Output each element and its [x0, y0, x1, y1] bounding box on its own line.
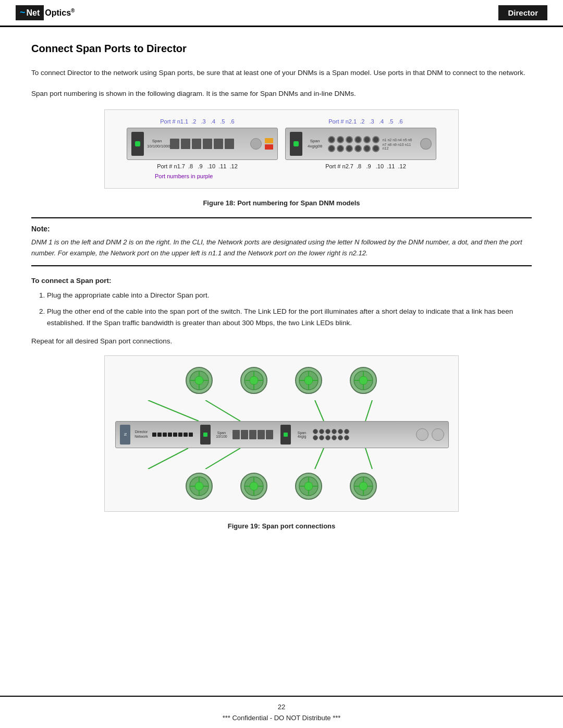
- bottom-connectors: [115, 448, 449, 469]
- step-1: Plug the appropriate cable into a Direct…: [47, 290, 532, 301]
- switch-icon-top-4: [349, 366, 378, 395]
- director-device: N DirectorNetwork: [115, 421, 449, 448]
- svg-point-38: [195, 482, 203, 490]
- intro-paragraph-1: To connect Director to the network using…: [31, 67, 532, 79]
- figure-19-caption: Figure 19: Span port connections: [31, 522, 532, 530]
- logo-net-text: Net: [27, 8, 40, 18]
- page-number: 22: [278, 703, 285, 711]
- svg-point-2: [195, 376, 203, 385]
- port-numbering-diagram: Port # n1.1 .2 .3 .4 .5 .6 Port # n2.1 .…: [104, 109, 459, 189]
- logo-container: ~ Net Optics®: [16, 5, 75, 20]
- figure-18-caption: Figure 18: Port numbering for Span DNM m…: [31, 199, 532, 207]
- note-box: Note: DNM 1 is on the left and DNM 2 is …: [31, 217, 532, 266]
- dnm1-device: Span10/100/1000: [127, 128, 278, 160]
- repeat-text: Repeat for all desired Span port connect…: [31, 337, 532, 345]
- svg-line-32: [148, 448, 188, 469]
- svg-point-52: [304, 482, 313, 490]
- svg-line-28: [148, 400, 199, 421]
- svg-point-59: [359, 482, 368, 490]
- switch-icon-bottom-4: [349, 472, 378, 501]
- port-label-bottom-right: Port # n2.7 .8 .9 .10 .11 .12: [325, 163, 406, 169]
- svg-line-35: [365, 448, 372, 469]
- switch-icon-bottom-2: [240, 472, 268, 501]
- note-title: Note:: [31, 225, 532, 233]
- switch-icon-top-2: [240, 366, 268, 395]
- steps-heading: To connect a Span port:: [31, 277, 532, 285]
- svg-line-30: [315, 400, 324, 421]
- svg-line-33: [205, 448, 240, 469]
- switch-icon-bottom-1: [185, 472, 214, 501]
- confidential-text: *** Confidential - DO NOT Distribute ***: [223, 714, 341, 722]
- port-label-top-left: Port # n1.1 .2 .3 .4 .5 .6: [160, 118, 234, 125]
- page-header: ~ Net Optics® Director: [0, 0, 563, 27]
- dnm2-device: Span4xgig08: [285, 128, 436, 160]
- switch-icon-bottom-3: [295, 472, 323, 501]
- main-content: Connect Span Ports to Director To connec…: [0, 27, 563, 561]
- logo-optics-text: Optics®: [45, 8, 75, 18]
- svg-point-9: [250, 376, 258, 385]
- svg-point-16: [304, 376, 313, 385]
- svg-point-23: [359, 376, 368, 385]
- switch-icon-top-3: [295, 366, 323, 395]
- top-connectors: [115, 400, 449, 421]
- steps-list: Plug the appropriate cable into a Direct…: [31, 290, 532, 329]
- port-label-bottom-left: Port # n1.7 .8 .9 .10 .11 .12: [157, 163, 238, 169]
- director-device-row: N DirectorNetwork: [115, 421, 449, 448]
- page-title: Connect Span Ports to Director: [31, 43, 532, 55]
- intro-paragraph-2: Span port numbering is shown in the foll…: [31, 88, 532, 100]
- director-badge: Director: [498, 5, 547, 20]
- logo-tilde-icon: ~: [20, 7, 26, 18]
- note-text: DNM 1 is on the left and DNM 2 is on the…: [31, 237, 532, 259]
- logo-box: ~ Net: [16, 5, 44, 20]
- svg-line-29: [205, 400, 240, 421]
- svg-line-34: [315, 448, 324, 469]
- port-numbers-note: Port numbers in purple: [113, 172, 450, 180]
- switch-icon-top-1: [185, 366, 214, 395]
- span-connections-diagram: N DirectorNetwork: [104, 355, 459, 512]
- svg-line-31: [365, 400, 372, 421]
- step-2: Plug the other end of the cable into the…: [47, 306, 532, 328]
- svg-point-45: [250, 482, 258, 490]
- page-footer: 22 *** Confidential - DO NOT Distribute …: [0, 696, 563, 728]
- port-label-top-right: Port # n2.1 .2 .3 .4 .5 .6: [328, 118, 402, 125]
